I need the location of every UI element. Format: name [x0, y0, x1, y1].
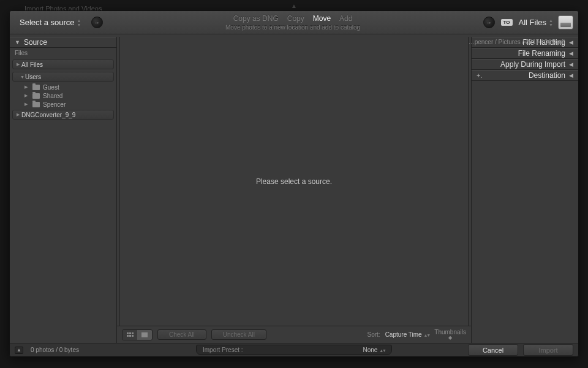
source-panel-title: Source: [24, 38, 47, 47]
disclosure-triangle-icon: ◀: [569, 50, 573, 56]
mode-subtitle: Move photos to a new location and add to…: [103, 24, 483, 31]
grid-view-button[interactable]: [123, 330, 137, 340]
slider-handle-icon: ◆: [434, 335, 466, 340]
dest-arrow-icon[interactable]: →: [483, 17, 495, 28]
loupe-view-button[interactable]: [137, 330, 152, 340]
users-row[interactable]: ▼ Users: [12, 72, 114, 82]
panel-title: File Renaming: [518, 49, 565, 58]
source-panel: ▼ Source Files ▶ All Files ▼ Users ▶ Gue…: [10, 37, 117, 343]
folder-icon: [32, 93, 40, 99]
select-source-label: Select a source: [20, 18, 75, 27]
destination-path: …pencer / Pictures / 2017 / 04 April: [469, 39, 565, 45]
view-toggle: [122, 329, 153, 340]
all-files-label: All Files: [21, 61, 43, 68]
expand-icon: ▶: [24, 85, 29, 90]
disclosure-triangle-icon: ◀: [569, 72, 573, 79]
dng-converter-row[interactable]: ▶ DNGConverter_9_9: [12, 110, 114, 120]
dialog-header: Select a source ▲▼ → Copy as DNG Copy Mo…: [10, 11, 578, 34]
check-all-button[interactable]: Check All: [157, 329, 206, 340]
preset-label: Import Preset :: [203, 347, 243, 353]
destination-button[interactable]: All Files ▲▼: [519, 18, 552, 27]
dropdown-caret-icon: ▲▼: [77, 18, 80, 27]
mode-copy[interactable]: Copy: [287, 14, 304, 23]
expand-icon: ▶: [24, 93, 29, 98]
expand-icon: ▶: [17, 62, 21, 67]
thumbnails-label: Thumbnails: [434, 329, 466, 335]
preview-area: Please select a source.: [119, 37, 469, 326]
dng-label: DNGConverter_9_9: [21, 112, 75, 118]
grid-icon: [127, 332, 134, 337]
to-badge: TO: [501, 19, 513, 26]
files-section-label: Files: [10, 48, 116, 58]
folder-name: Spencer: [43, 101, 66, 108]
placeholder-text: Please select a source.: [256, 177, 332, 186]
main-content: Please select a source. Check All Unchec…: [117, 37, 471, 343]
destination-label: All Files: [519, 18, 547, 27]
import-preset-dropdown[interactable]: Import Preset : None ▲▼: [196, 345, 392, 355]
file-renaming-panel[interactable]: File Renaming ◀: [472, 48, 578, 59]
preview-toolbar: Check All Uncheck All Sort: Capture Time…: [117, 326, 471, 343]
cancel-button[interactable]: Cancel: [468, 344, 518, 356]
folder-icon: [32, 85, 40, 90]
preset-value: None: [363, 347, 377, 353]
source-arrow-icon[interactable]: →: [91, 17, 103, 28]
folder-icon: [32, 102, 40, 107]
destination-panel[interactable]: +. Destination ◀: [472, 70, 578, 81]
expand-icon: ▼: [20, 75, 25, 79]
folder-name: Shared: [43, 93, 62, 99]
mode-move[interactable]: Move: [313, 14, 331, 23]
panel-title: Apply During Import: [500, 60, 565, 69]
source-panel-header[interactable]: ▼ Source: [10, 37, 116, 48]
add-icon[interactable]: +.: [477, 72, 482, 79]
import-dialog: Select a source ▲▼ → Copy as DNG Copy Mo…: [9, 10, 579, 357]
users-label: Users: [25, 74, 41, 80]
uncheck-all-button[interactable]: Uncheck All: [211, 329, 266, 340]
folder-row-shared[interactable]: ▶ Shared: [10, 91, 116, 100]
dropdown-caret-icon: ▲▼: [549, 18, 552, 27]
thumbnail-size-slider[interactable]: Thumbnails ◆: [434, 329, 466, 340]
expand-icon: ▶: [24, 102, 29, 107]
apply-during-import-panel[interactable]: Apply During Import ◀: [472, 59, 578, 70]
folder-name: Guest: [43, 84, 59, 91]
disclosure-triangle-icon: ◀: [569, 39, 573, 45]
panel-title: Destination: [529, 71, 565, 80]
all-files-row[interactable]: ▶ All Files: [12, 59, 114, 69]
top-chevron-icon: ▲: [291, 2, 297, 9]
loupe-icon: [141, 332, 148, 337]
import-mode-tabs: Copy as DNG Copy Move Add: [103, 14, 483, 23]
mode-copy-as-dng[interactable]: Copy as DNG: [233, 14, 279, 23]
disclosure-triangle-icon: ▼: [15, 39, 20, 45]
folder-row-spencer[interactable]: ▶ Spencer: [10, 100, 116, 109]
expand-icon: ▶: [17, 112, 21, 117]
photo-count: 0 photos / 0 bytes: [31, 347, 79, 353]
import-button[interactable]: Import: [523, 344, 573, 356]
toggle-filmstrip-button[interactable]: ▲: [15, 347, 23, 354]
disclosure-triangle-icon: ◀: [569, 61, 573, 67]
right-panels: File Handling ◀ File Renaming ◀ Apply Du…: [471, 37, 578, 343]
folder-row-guest[interactable]: ▶ Guest: [10, 83, 116, 91]
hard-drive-icon[interactable]: [558, 15, 573, 29]
status-bar: ▲ 0 photos / 0 bytes Import Preset : Non…: [10, 343, 578, 356]
sort-dropdown[interactable]: Capture Time ▲▼: [385, 331, 430, 338]
sort-label: Sort:: [368, 331, 380, 338]
select-source-button[interactable]: Select a source ▲▼: [15, 15, 85, 29]
mode-add[interactable]: Add: [339, 14, 352, 23]
